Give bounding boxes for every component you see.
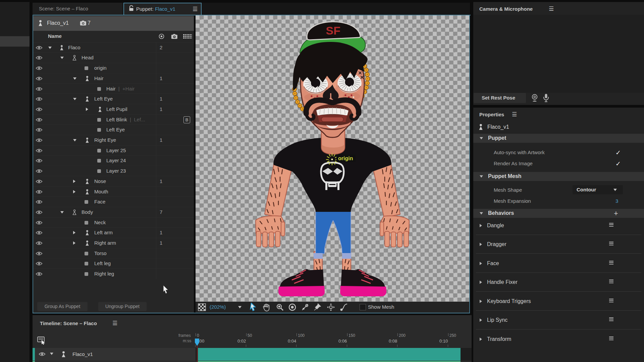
svg-text:origin: origin [338, 156, 353, 161]
svg-text:SF: SF [326, 24, 340, 37]
